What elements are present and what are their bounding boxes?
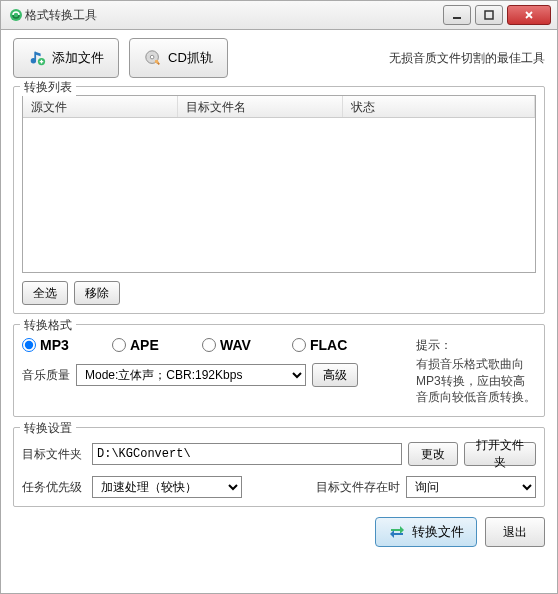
add-file-button[interactable]: 添加文件 — [13, 38, 119, 78]
convert-icon — [388, 523, 406, 541]
hint-title: 提示： — [416, 337, 536, 354]
list-header: 源文件 目标文件名 状态 — [23, 96, 535, 118]
svg-point-3 — [31, 58, 36, 63]
radio-flac-input[interactable] — [292, 338, 306, 352]
cd-grab-label: CD抓轨 — [168, 49, 213, 67]
settings-group-label: 转换设置 — [20, 420, 76, 437]
open-folder-button[interactable]: 打开文件夹 — [464, 442, 536, 466]
titlebar: 格式转换工具 — [0, 0, 558, 30]
radio-mp3-input[interactable] — [22, 338, 36, 352]
minimize-button[interactable] — [443, 5, 471, 25]
svg-point-7 — [155, 60, 159, 64]
target-folder-label: 目标文件夹 — [22, 446, 86, 463]
list-group-label: 转换列表 — [20, 79, 76, 96]
col-status[interactable]: 状态 — [343, 96, 535, 117]
quality-select[interactable]: Mode:立体声；CBR:192Kbps — [76, 364, 306, 386]
advanced-button[interactable]: 高级 — [312, 363, 358, 387]
hint-box: 提示： 有损音乐格式歌曲向MP3转换，应由较高音质向较低音质转换。 — [416, 337, 536, 406]
radio-wav[interactable]: WAV — [202, 337, 292, 353]
svg-point-6 — [150, 55, 154, 59]
hint-body: 有损音乐格式歌曲向MP3转换，应由较高音质向较低音质转换。 — [416, 356, 536, 406]
col-target[interactable]: 目标文件名 — [178, 96, 343, 117]
svg-rect-2 — [485, 11, 493, 19]
col-source[interactable]: 源文件 — [23, 96, 178, 117]
change-folder-button[interactable]: 更改 — [408, 442, 458, 466]
quality-label: 音乐质量 — [22, 367, 70, 384]
priority-label: 任务优先级 — [22, 479, 86, 496]
exit-button[interactable]: 退出 — [485, 517, 545, 547]
target-folder-input[interactable] — [92, 443, 402, 465]
radio-flac[interactable]: FLAC — [292, 337, 382, 353]
svg-point-0 — [10, 9, 22, 21]
add-file-label: 添加文件 — [52, 49, 104, 67]
cd-grab-button[interactable]: CD抓轨 — [129, 38, 228, 78]
svg-rect-1 — [453, 17, 461, 19]
list-group: 转换列表 源文件 目标文件名 状态 全选 移除 — [13, 86, 545, 314]
window-title: 格式转换工具 — [25, 7, 439, 24]
format-group-label: 转换格式 — [20, 317, 76, 334]
tagline: 无损音质文件切割的最佳工具 — [389, 50, 545, 67]
maximize-button[interactable] — [475, 5, 503, 25]
radio-ape-input[interactable] — [112, 338, 126, 352]
list-body[interactable] — [23, 118, 535, 272]
priority-select[interactable]: 加速处理（较快） — [92, 476, 242, 498]
close-button[interactable] — [507, 5, 551, 25]
radio-ape[interactable]: APE — [112, 337, 202, 353]
radio-mp3[interactable]: MP3 — [22, 337, 112, 353]
file-list[interactable]: 源文件 目标文件名 状态 — [22, 95, 536, 273]
settings-group: 转换设置 目标文件夹 更改 打开文件夹 任务优先级 加速处理（较快） 目标文件存… — [13, 427, 545, 507]
remove-button[interactable]: 移除 — [74, 281, 120, 305]
exists-select[interactable]: 询问 — [406, 476, 536, 498]
window-controls — [439, 5, 551, 25]
format-group: 转换格式 MP3 APE WAV FLAC 音乐质量 Mode:立体声；CBR:… — [13, 324, 545, 417]
music-add-icon — [28, 49, 46, 67]
format-radios: MP3 APE WAV FLAC — [22, 337, 406, 353]
toolbar: 添加文件 CD抓轨 无损音质文件切割的最佳工具 — [13, 38, 545, 78]
radio-wav-input[interactable] — [202, 338, 216, 352]
exists-label: 目标文件存在时 — [316, 479, 400, 496]
cd-icon — [144, 49, 162, 67]
convert-label: 转换文件 — [412, 523, 464, 541]
select-all-button[interactable]: 全选 — [22, 281, 68, 305]
convert-button[interactable]: 转换文件 — [375, 517, 477, 547]
app-icon — [7, 6, 25, 24]
footer: 转换文件 退出 — [13, 517, 545, 547]
